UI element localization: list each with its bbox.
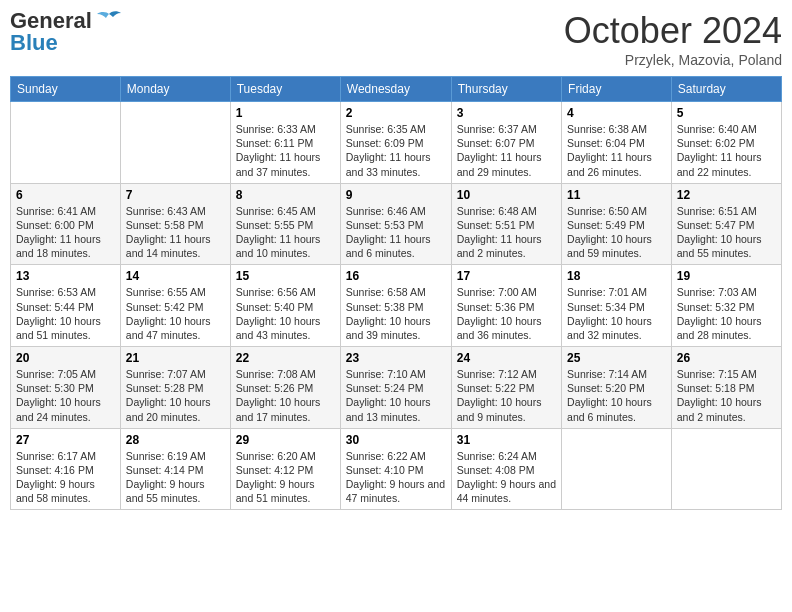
day-number: 4 <box>567 106 666 120</box>
day-number: 3 <box>457 106 556 120</box>
day-text: Sunrise: 6:19 AMSunset: 4:14 PMDaylight:… <box>126 450 206 505</box>
calendar-cell: 23Sunrise: 7:10 AMSunset: 5:24 PMDayligh… <box>340 347 451 429</box>
logo-general: General <box>10 10 92 32</box>
day-number: 1 <box>236 106 335 120</box>
calendar-cell: 12Sunrise: 6:51 AMSunset: 5:47 PMDayligh… <box>671 183 781 265</box>
calendar-week-1: 1Sunrise: 6:33 AMSunset: 6:11 PMDaylight… <box>11 102 782 184</box>
day-text: Sunrise: 7:05 AMSunset: 5:30 PMDaylight:… <box>16 368 101 423</box>
logo-blue: Blue <box>10 32 123 54</box>
calendar-cell: 14Sunrise: 6:55 AMSunset: 5:42 PMDayligh… <box>120 265 230 347</box>
calendar-cell: 6Sunrise: 6:41 AMSunset: 6:00 PMDaylight… <box>11 183 121 265</box>
calendar-cell: 28Sunrise: 6:19 AMSunset: 4:14 PMDayligh… <box>120 428 230 510</box>
day-text: Sunrise: 6:35 AMSunset: 6:09 PMDaylight:… <box>346 123 431 178</box>
day-number: 31 <box>457 433 556 447</box>
title-block: October 2024 Przylek, Mazovia, Poland <box>564 10 782 68</box>
day-text: Sunrise: 6:50 AMSunset: 5:49 PMDaylight:… <box>567 205 652 260</box>
calendar-cell <box>120 102 230 184</box>
day-number: 19 <box>677 269 776 283</box>
day-text: Sunrise: 6:43 AMSunset: 5:58 PMDaylight:… <box>126 205 211 260</box>
day-text: Sunrise: 6:56 AMSunset: 5:40 PMDaylight:… <box>236 286 321 341</box>
calendar-cell: 3Sunrise: 6:37 AMSunset: 6:07 PMDaylight… <box>451 102 561 184</box>
day-number: 17 <box>457 269 556 283</box>
calendar-week-3: 13Sunrise: 6:53 AMSunset: 5:44 PMDayligh… <box>11 265 782 347</box>
calendar-cell: 18Sunrise: 7:01 AMSunset: 5:34 PMDayligh… <box>562 265 672 347</box>
calendar-cell <box>671 428 781 510</box>
weekday-header-monday: Monday <box>120 77 230 102</box>
day-number: 16 <box>346 269 446 283</box>
day-text: Sunrise: 7:07 AMSunset: 5:28 PMDaylight:… <box>126 368 211 423</box>
day-number: 22 <box>236 351 335 365</box>
calendar-cell: 8Sunrise: 6:45 AMSunset: 5:55 PMDaylight… <box>230 183 340 265</box>
day-text: Sunrise: 6:40 AMSunset: 6:02 PMDaylight:… <box>677 123 762 178</box>
calendar-cell: 24Sunrise: 7:12 AMSunset: 5:22 PMDayligh… <box>451 347 561 429</box>
calendar-cell: 11Sunrise: 6:50 AMSunset: 5:49 PMDayligh… <box>562 183 672 265</box>
day-number: 28 <box>126 433 225 447</box>
calendar-cell: 25Sunrise: 7:14 AMSunset: 5:20 PMDayligh… <box>562 347 672 429</box>
day-text: Sunrise: 6:17 AMSunset: 4:16 PMDaylight:… <box>16 450 96 505</box>
calendar-cell: 10Sunrise: 6:48 AMSunset: 5:51 PMDayligh… <box>451 183 561 265</box>
calendar-cell: 26Sunrise: 7:15 AMSunset: 5:18 PMDayligh… <box>671 347 781 429</box>
day-number: 27 <box>16 433 115 447</box>
day-number: 5 <box>677 106 776 120</box>
weekday-header-tuesday: Tuesday <box>230 77 340 102</box>
calendar-week-2: 6Sunrise: 6:41 AMSunset: 6:00 PMDaylight… <box>11 183 782 265</box>
day-text: Sunrise: 6:38 AMSunset: 6:04 PMDaylight:… <box>567 123 652 178</box>
day-text: Sunrise: 6:22 AMSunset: 4:10 PMDaylight:… <box>346 450 445 505</box>
weekday-header-friday: Friday <box>562 77 672 102</box>
calendar-cell: 15Sunrise: 6:56 AMSunset: 5:40 PMDayligh… <box>230 265 340 347</box>
day-text: Sunrise: 7:03 AMSunset: 5:32 PMDaylight:… <box>677 286 762 341</box>
calendar-cell: 1Sunrise: 6:33 AMSunset: 6:11 PMDaylight… <box>230 102 340 184</box>
weekday-header-row: SundayMondayTuesdayWednesdayThursdayFrid… <box>11 77 782 102</box>
day-number: 15 <box>236 269 335 283</box>
day-number: 26 <box>677 351 776 365</box>
calendar-week-4: 20Sunrise: 7:05 AMSunset: 5:30 PMDayligh… <box>11 347 782 429</box>
month-title: October 2024 <box>564 10 782 52</box>
day-text: Sunrise: 6:37 AMSunset: 6:07 PMDaylight:… <box>457 123 542 178</box>
day-number: 7 <box>126 188 225 202</box>
day-text: Sunrise: 7:01 AMSunset: 5:34 PMDaylight:… <box>567 286 652 341</box>
calendar-cell: 22Sunrise: 7:08 AMSunset: 5:26 PMDayligh… <box>230 347 340 429</box>
logo-bird-icon <box>95 10 123 32</box>
page-header: General Blue October 2024 Przylek, Mazov… <box>10 10 782 68</box>
day-number: 8 <box>236 188 335 202</box>
calendar-cell: 7Sunrise: 6:43 AMSunset: 5:58 PMDaylight… <box>120 183 230 265</box>
calendar-cell: 30Sunrise: 6:22 AMSunset: 4:10 PMDayligh… <box>340 428 451 510</box>
day-number: 10 <box>457 188 556 202</box>
day-text: Sunrise: 6:20 AMSunset: 4:12 PMDaylight:… <box>236 450 316 505</box>
calendar-cell: 21Sunrise: 7:07 AMSunset: 5:28 PMDayligh… <box>120 347 230 429</box>
day-text: Sunrise: 7:10 AMSunset: 5:24 PMDaylight:… <box>346 368 431 423</box>
day-text: Sunrise: 7:15 AMSunset: 5:18 PMDaylight:… <box>677 368 762 423</box>
day-text: Sunrise: 6:51 AMSunset: 5:47 PMDaylight:… <box>677 205 762 260</box>
day-text: Sunrise: 6:53 AMSunset: 5:44 PMDaylight:… <box>16 286 101 341</box>
day-text: Sunrise: 7:12 AMSunset: 5:22 PMDaylight:… <box>457 368 542 423</box>
day-text: Sunrise: 7:08 AMSunset: 5:26 PMDaylight:… <box>236 368 321 423</box>
calendar-cell: 29Sunrise: 6:20 AMSunset: 4:12 PMDayligh… <box>230 428 340 510</box>
calendar-cell: 17Sunrise: 7:00 AMSunset: 5:36 PMDayligh… <box>451 265 561 347</box>
weekday-header-saturday: Saturday <box>671 77 781 102</box>
day-number: 23 <box>346 351 446 365</box>
calendar-cell: 4Sunrise: 6:38 AMSunset: 6:04 PMDaylight… <box>562 102 672 184</box>
calendar-cell: 2Sunrise: 6:35 AMSunset: 6:09 PMDaylight… <box>340 102 451 184</box>
day-number: 11 <box>567 188 666 202</box>
location-subtitle: Przylek, Mazovia, Poland <box>564 52 782 68</box>
day-number: 29 <box>236 433 335 447</box>
calendar-cell: 27Sunrise: 6:17 AMSunset: 4:16 PMDayligh… <box>11 428 121 510</box>
calendar-week-5: 27Sunrise: 6:17 AMSunset: 4:16 PMDayligh… <box>11 428 782 510</box>
day-text: Sunrise: 7:14 AMSunset: 5:20 PMDaylight:… <box>567 368 652 423</box>
calendar-cell: 5Sunrise: 6:40 AMSunset: 6:02 PMDaylight… <box>671 102 781 184</box>
day-text: Sunrise: 7:00 AMSunset: 5:36 PMDaylight:… <box>457 286 542 341</box>
calendar-cell: 19Sunrise: 7:03 AMSunset: 5:32 PMDayligh… <box>671 265 781 347</box>
day-number: 25 <box>567 351 666 365</box>
day-text: Sunrise: 6:24 AMSunset: 4:08 PMDaylight:… <box>457 450 556 505</box>
calendar-cell <box>562 428 672 510</box>
calendar-table: SundayMondayTuesdayWednesdayThursdayFrid… <box>10 76 782 510</box>
day-number: 6 <box>16 188 115 202</box>
day-number: 12 <box>677 188 776 202</box>
weekday-header-thursday: Thursday <box>451 77 561 102</box>
day-text: Sunrise: 6:58 AMSunset: 5:38 PMDaylight:… <box>346 286 431 341</box>
calendar-cell <box>11 102 121 184</box>
calendar-cell: 31Sunrise: 6:24 AMSunset: 4:08 PMDayligh… <box>451 428 561 510</box>
day-text: Sunrise: 6:46 AMSunset: 5:53 PMDaylight:… <box>346 205 431 260</box>
day-number: 21 <box>126 351 225 365</box>
day-number: 14 <box>126 269 225 283</box>
